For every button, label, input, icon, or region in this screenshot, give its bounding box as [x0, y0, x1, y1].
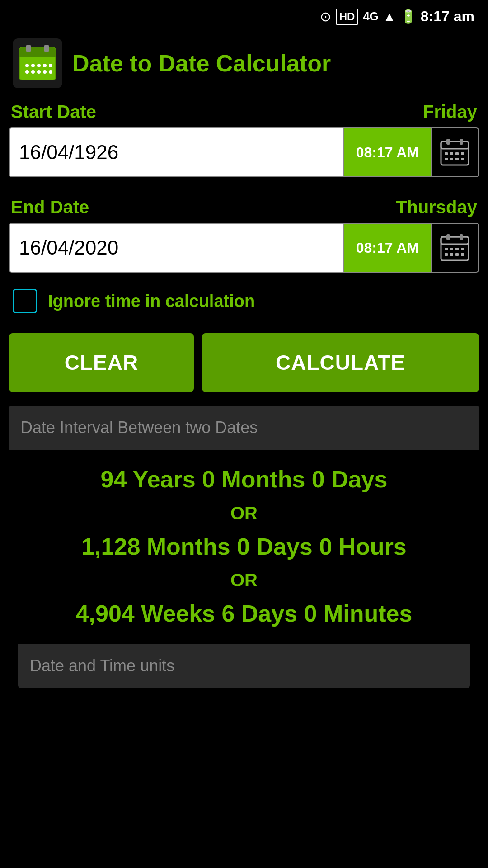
- svg-point-14: [49, 70, 52, 74]
- svg-rect-34: [461, 248, 464, 250]
- svg-point-9: [49, 64, 52, 67]
- results-body: 94 Years 0 Months 0 Days OR 1,128 Months…: [9, 450, 479, 644]
- svg-rect-3: [26, 45, 31, 52]
- signal-bars-icon: ▲: [383, 9, 396, 24]
- svg-rect-35: [445, 253, 448, 256]
- dt-units-section: Date and Time units: [18, 644, 470, 688]
- calendar-logo-icon: [17, 43, 58, 84]
- svg-rect-2: [19, 55, 56, 57]
- start-day-label: Friday: [423, 102, 477, 122]
- end-date-input[interactable]: [10, 224, 343, 272]
- svg-point-7: [37, 64, 41, 67]
- svg-rect-17: [446, 139, 450, 145]
- svg-rect-32: [450, 248, 453, 250]
- svg-rect-25: [455, 158, 459, 160]
- app-header: Date to Date Calculator: [0, 29, 488, 102]
- svg-rect-26: [461, 158, 464, 160]
- ignore-time-row: Ignore time in calculation: [0, 273, 488, 330]
- action-buttons-row: CLEAR CALCULATE: [9, 333, 479, 392]
- end-calendar-icon: [440, 233, 469, 263]
- end-date-input-row: 08:17 AM: [9, 223, 479, 273]
- svg-rect-38: [461, 253, 464, 256]
- result-or-1: OR: [14, 500, 474, 526]
- svg-rect-31: [445, 248, 448, 250]
- results-container: Date Interval Between two Dates 94 Years…: [9, 406, 479, 688]
- ignore-time-checkbox[interactable]: [13, 289, 37, 313]
- svg-rect-37: [455, 253, 459, 256]
- svg-rect-4: [44, 45, 49, 52]
- start-calendar-icon: [440, 138, 469, 167]
- start-date-input[interactable]: [10, 128, 343, 176]
- svg-rect-20: [450, 152, 453, 155]
- svg-rect-33: [455, 248, 459, 250]
- battery-icon: 🔋: [400, 9, 416, 24]
- app-icon: [13, 38, 62, 88]
- ignore-time-label: Ignore time in calculation: [48, 292, 255, 311]
- result-years-line: 94 Years 0 Months 0 Days: [14, 459, 474, 500]
- start-calendar-button[interactable]: [431, 128, 478, 176]
- result-or-2: OR: [14, 567, 474, 593]
- svg-rect-22: [461, 152, 464, 155]
- signal-4g-icon: 4G: [363, 9, 379, 24]
- svg-rect-30: [460, 234, 463, 240]
- svg-point-13: [43, 70, 47, 74]
- app-title: Date to Date Calculator: [72, 50, 331, 77]
- svg-rect-36: [450, 253, 453, 256]
- clear-button[interactable]: CLEAR: [9, 333, 194, 392]
- svg-rect-16: [441, 142, 469, 149]
- svg-point-10: [25, 70, 29, 74]
- end-date-section-row: End Date Thursday: [0, 197, 488, 223]
- end-day-label: Thursday: [396, 197, 477, 217]
- svg-point-6: [31, 64, 35, 67]
- start-time-button[interactable]: 08:17 AM: [343, 128, 431, 176]
- end-calendar-button[interactable]: [431, 224, 478, 272]
- dt-units-label: Date and Time units: [30, 656, 174, 675]
- results-header-text: Date Interval Between two Dates: [21, 418, 258, 437]
- svg-point-8: [43, 64, 47, 67]
- svg-rect-19: [445, 152, 448, 155]
- svg-rect-18: [460, 139, 463, 145]
- svg-rect-23: [445, 158, 448, 160]
- calculate-button[interactable]: CALCULATE: [202, 333, 479, 392]
- wifi-icon: ⊙: [320, 9, 331, 24]
- result-weeks-line: 4,904 Weeks 6 Days 0 Minutes: [14, 593, 474, 635]
- start-date-section-row: Start Date Friday: [0, 102, 488, 127]
- svg-rect-29: [446, 234, 450, 240]
- results-header: Date Interval Between two Dates: [9, 406, 479, 450]
- status-bar: ⊙ HD 4G ▲ 🔋 8:17 am: [0, 0, 488, 29]
- status-icons: ⊙ HD 4G ▲ 🔋 8:17 am: [320, 8, 474, 25]
- end-time-button[interactable]: 08:17 AM: [343, 224, 431, 272]
- hd-badge: HD: [336, 9, 359, 25]
- svg-point-11: [31, 70, 35, 74]
- svg-point-5: [25, 64, 29, 67]
- svg-rect-24: [450, 158, 453, 160]
- start-date-input-row: 08:17 AM: [9, 127, 479, 177]
- result-months-line: 1,128 Months 0 Days 0 Hours: [14, 526, 474, 568]
- status-time: 8:17 am: [421, 8, 474, 25]
- svg-rect-21: [455, 152, 459, 155]
- start-date-label: Start Date: [11, 102, 96, 122]
- svg-rect-28: [441, 237, 469, 244]
- svg-point-12: [37, 70, 41, 74]
- end-date-label: End Date: [11, 197, 89, 217]
